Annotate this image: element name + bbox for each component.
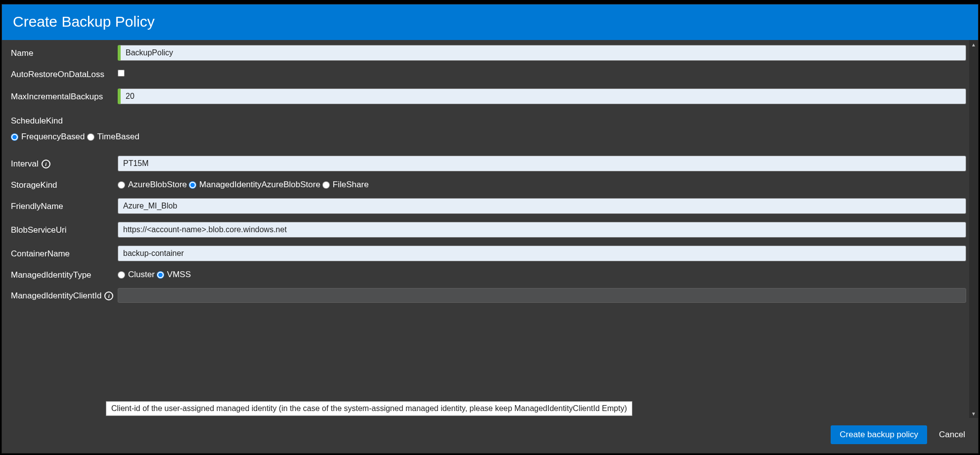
managedidentitytype-label: ManagedIdentityType [11, 269, 115, 280]
containername-input[interactable] [118, 246, 966, 261]
schedulekind-frequency-label: FrequencyBased [21, 132, 85, 142]
storagekind-azureblob-radio[interactable] [118, 181, 125, 189]
dialog-body-wrap: Name AutoRestoreOnDataLoss MaxIncrementa… [2, 40, 978, 418]
autorestore-checkbox[interactable] [118, 70, 125, 77]
storagekind-radio-group: AzureBlobStore ManagedIdentityAzureBlobS… [118, 180, 966, 190]
mitype-cluster-label: Cluster [128, 270, 155, 280]
create-backup-policy-button[interactable]: Create backup policy [831, 425, 927, 444]
storagekind-label: StorageKind [11, 179, 115, 190]
autorestore-label: AutoRestoreOnDataLoss [11, 69, 115, 80]
schedulekind-radio-group: FrequencyBased TimeBased [11, 132, 966, 142]
maxincremental-input[interactable] [118, 88, 966, 104]
name-input[interactable] [118, 45, 966, 61]
storagekind-fileshare-label: FileShare [333, 180, 369, 190]
friendlyname-label: FriendlyName [11, 201, 115, 211]
managedidentityclientid-label: ManagedIdentityClientId [11, 291, 101, 301]
mitype-cluster-radio[interactable] [118, 271, 125, 279]
info-icon[interactable]: i [104, 291, 113, 300]
maxincremental-label: MaxIncrementalBackups [11, 91, 115, 102]
dialog-title: Create Backup Policy [13, 13, 155, 30]
schedulekind-time-radio[interactable] [87, 133, 94, 141]
schedulekind-label: ScheduleKind [11, 116, 966, 126]
managedidentityclientid-tooltip: Client-id of the user-assigned managed i… [106, 401, 632, 416]
name-label: Name [11, 47, 115, 58]
cancel-button[interactable]: Cancel [937, 425, 967, 444]
managedidentitytype-radio-group: Cluster VMSS [118, 270, 966, 280]
scroll-up-icon[interactable]: ▲ [969, 40, 978, 49]
managedidentityclientid-input[interactable] [118, 288, 966, 303]
storagekind-miblob-radio[interactable] [189, 181, 196, 189]
storagekind-azureblob-label: AzureBlobStore [128, 180, 187, 190]
blobserviceuri-label: BlobServiceUri [11, 224, 115, 235]
storagekind-fileshare-radio[interactable] [322, 181, 330, 189]
info-icon[interactable]: i [42, 160, 50, 168]
friendlyname-input[interactable] [118, 198, 966, 214]
interval-label: Interval [11, 159, 39, 169]
scroll-down-icon[interactable]: ▼ [969, 409, 978, 418]
mitype-vmss-radio[interactable] [157, 271, 164, 279]
blobserviceuri-input[interactable] [118, 222, 966, 238]
interval-input[interactable] [118, 156, 966, 171]
schedulekind-time-label: TimeBased [97, 132, 139, 142]
schedulekind-frequency-radio[interactable] [11, 133, 18, 141]
containername-label: ContainerName [11, 248, 115, 259]
mitype-vmss-label: VMSS [167, 270, 191, 280]
scrollbar[interactable]: ▲ ▼ [969, 40, 978, 418]
dialog-body: Name AutoRestoreOnDataLoss MaxIncrementa… [2, 40, 969, 418]
create-backup-policy-dialog: Create Backup Policy Name AutoRestoreOnD… [1, 4, 979, 454]
dialog-footer: Create backup policy Cancel [2, 418, 978, 453]
dialog-header: Create Backup Policy [2, 4, 978, 40]
storagekind-miblob-label: ManagedIdentityAzureBlobStore [199, 180, 320, 190]
